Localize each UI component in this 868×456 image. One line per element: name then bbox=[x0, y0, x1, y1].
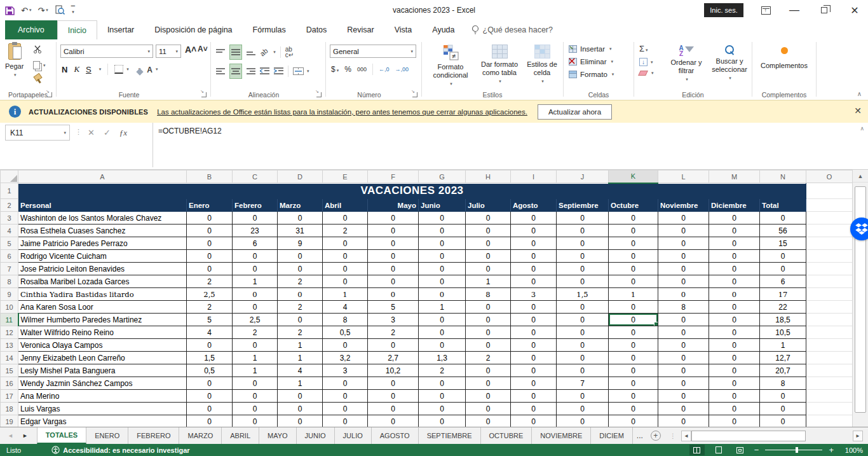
tab-ayuda[interactable]: Ayuda bbox=[422, 20, 465, 39]
cell-G11[interactable]: 0 bbox=[419, 314, 466, 326]
sheet-title-cell[interactable]: VACACIONES 2023 bbox=[18, 183, 806, 199]
cell-D8[interactable]: 2 bbox=[278, 275, 323, 288]
cell-E17[interactable]: 0 bbox=[323, 390, 368, 403]
cell-C14[interactable]: 1 bbox=[233, 352, 278, 364]
hscroll-right-icon[interactable]: ► bbox=[853, 431, 863, 441]
copy-button[interactable]: ▾ bbox=[33, 61, 46, 69]
cell-H10[interactable]: 0 bbox=[466, 301, 511, 314]
find-select-button[interactable]: Buscar y seleccionar▾ bbox=[708, 45, 751, 82]
cell-O3[interactable] bbox=[806, 212, 853, 225]
cell-N7[interactable]: 0 bbox=[760, 263, 806, 275]
minimize-button[interactable]: — bbox=[785, 0, 804, 20]
sheet-tab-diciem[interactable]: DICIEM bbox=[591, 427, 633, 444]
cell-H9[interactable]: 8 bbox=[466, 288, 511, 301]
format-cells-button[interactable]: Formato▾ bbox=[569, 71, 614, 78]
cell-J11[interactable]: 0 bbox=[557, 314, 609, 326]
font-size-combo[interactable]: 11▾ bbox=[156, 45, 181, 58]
cell-B9[interactable]: 2,5 bbox=[187, 288, 233, 301]
cell-C6[interactable]: 0 bbox=[233, 250, 278, 263]
cell-B6[interactable]: 0 bbox=[187, 250, 233, 263]
cell-L17[interactable]: 0 bbox=[658, 390, 709, 403]
align-middle-icon[interactable] bbox=[229, 45, 242, 60]
cell-name-row15[interactable]: Lesly Mishel Pata Banguera bbox=[18, 364, 187, 377]
decrease-decimal-button[interactable]: →,00 bbox=[395, 66, 409, 73]
cell-D5[interactable]: 9 bbox=[278, 237, 323, 250]
tab-insertar[interactable]: Insertar bbox=[97, 20, 144, 39]
align-center-icon[interactable] bbox=[229, 64, 242, 79]
cell-K7[interactable]: 0 bbox=[609, 263, 658, 275]
cell-G15[interactable]: 2 bbox=[419, 364, 466, 377]
row-header-12[interactable]: 12 bbox=[1, 326, 18, 339]
cell-M13[interactable]: 0 bbox=[709, 339, 760, 352]
sign-in-button[interactable]: Inic. ses. bbox=[704, 3, 743, 17]
paste-button[interactable]: Pegar ▾ bbox=[5, 43, 24, 79]
cell-F13[interactable]: 0 bbox=[368, 339, 419, 352]
cell-C16[interactable]: 0 bbox=[233, 377, 278, 390]
cell-M3[interactable]: 0 bbox=[709, 212, 760, 225]
cell-M6[interactable]: 0 bbox=[709, 250, 760, 263]
cell-O17[interactable] bbox=[806, 390, 853, 403]
name-box[interactable]: K11▾ bbox=[5, 125, 70, 141]
sheet-tab-julio[interactable]: JULIO bbox=[335, 427, 372, 444]
cell-N12[interactable]: 10,5 bbox=[760, 326, 806, 339]
cell-B19[interactable]: 0 bbox=[187, 415, 233, 427]
font-name-combo[interactable]: Calibri▾ bbox=[60, 45, 153, 58]
font-color-button[interactable]: A▾ bbox=[147, 64, 158, 75]
row-header-3[interactable]: 3 bbox=[1, 212, 18, 225]
cell-D3[interactable]: 0 bbox=[278, 212, 323, 225]
cell-N15[interactable]: 20,7 bbox=[760, 364, 806, 377]
cell-G14[interactable]: 1,3 bbox=[419, 352, 466, 364]
cell-H5[interactable]: 0 bbox=[466, 237, 511, 250]
addins-button[interactable]: Complementos bbox=[759, 47, 810, 70]
header-cell-Junio[interactable]: Junio bbox=[419, 199, 466, 212]
cell-H12[interactable]: 0 bbox=[466, 326, 511, 339]
cell-F9[interactable]: 0 bbox=[368, 288, 419, 301]
cell-N13[interactable]: 1 bbox=[760, 339, 806, 352]
cell-L14[interactable]: 0 bbox=[658, 352, 709, 364]
cell-L10[interactable]: 8 bbox=[658, 301, 709, 314]
cell-D6[interactable]: 0 bbox=[278, 250, 323, 263]
row-header-18[interactable]: 18 bbox=[1, 403, 18, 415]
cell-D14[interactable]: 1 bbox=[278, 352, 323, 364]
cell-I14[interactable]: 0 bbox=[511, 352, 557, 364]
cell-L19[interactable]: 0 bbox=[658, 415, 709, 427]
header-cell-Septiembre[interactable]: Septiembre bbox=[557, 199, 609, 212]
cell-M19[interactable]: 0 bbox=[709, 415, 760, 427]
currency-button[interactable]: $▾ bbox=[331, 65, 339, 74]
cell-name-row11[interactable]: Wilmer Humberto Paredes Martinez bbox=[18, 314, 187, 326]
cell-M4[interactable]: 0 bbox=[709, 225, 760, 237]
cell-G6[interactable]: 0 bbox=[419, 250, 466, 263]
cell-G7[interactable]: 0 bbox=[419, 263, 466, 275]
cell-G17[interactable]: 0 bbox=[419, 390, 466, 403]
cell-B13[interactable]: 0 bbox=[187, 339, 233, 352]
italic-button[interactable]: K bbox=[74, 64, 79, 74]
cell-C15[interactable]: 1 bbox=[233, 364, 278, 377]
cell-N16[interactable]: 8 bbox=[760, 377, 806, 390]
cell-E12[interactable]: 0,5 bbox=[323, 326, 368, 339]
cell-I17[interactable]: 0 bbox=[511, 390, 557, 403]
notification-link[interactable]: Las actualizaciones de Office están list… bbox=[157, 108, 527, 116]
cell-H3[interactable]: 0 bbox=[466, 212, 511, 225]
format-painter-icon[interactable] bbox=[33, 74, 42, 83]
cell-H16[interactable]: 0 bbox=[466, 377, 511, 390]
cell-J8[interactable]: 0 bbox=[557, 275, 609, 288]
cell-L13[interactable]: 0 bbox=[658, 339, 709, 352]
row-header-2[interactable]: 2 bbox=[1, 199, 18, 212]
header-cell-Personal[interactable]: Personal bbox=[18, 199, 187, 212]
column-header-K[interactable]: K bbox=[609, 170, 658, 183]
cell-E7[interactable]: 0 bbox=[323, 263, 368, 275]
cell-J16[interactable]: 7 bbox=[557, 377, 609, 390]
cell-H4[interactable]: 0 bbox=[466, 225, 511, 237]
cell-N18[interactable]: 0 bbox=[760, 403, 806, 415]
cell-I15[interactable]: 0 bbox=[511, 364, 557, 377]
cell-name-row13[interactable]: Veronica Olaya Campos bbox=[18, 339, 187, 352]
cell-O5[interactable] bbox=[806, 237, 853, 250]
cell-J6[interactable]: 0 bbox=[557, 250, 609, 263]
insert-function-button[interactable]: ƒx bbox=[119, 128, 127, 138]
cell-J19[interactable]: 0 bbox=[557, 415, 609, 427]
column-header-E[interactable]: E bbox=[323, 170, 368, 183]
cell-F14[interactable]: 2,7 bbox=[368, 352, 419, 364]
restore-button[interactable] bbox=[815, 0, 834, 20]
select-all-corner[interactable] bbox=[1, 170, 18, 183]
cell-B10[interactable]: 2 bbox=[187, 301, 233, 314]
